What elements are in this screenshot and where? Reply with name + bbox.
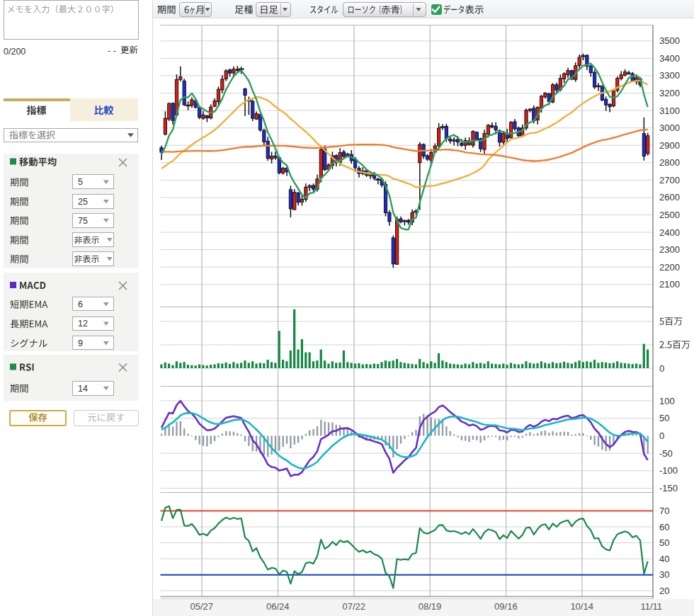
- svg-text:-50: -50: [659, 448, 673, 459]
- svg-text:-100: -100: [659, 465, 678, 476]
- svg-text:70: 70: [659, 506, 669, 516]
- svg-text:2400: 2400: [659, 227, 680, 238]
- svg-text:30: 30: [659, 569, 669, 580]
- svg-text:2800: 2800: [659, 157, 680, 168]
- svg-text:2500: 2500: [659, 210, 680, 220]
- svg-text:3300: 3300: [659, 70, 680, 81]
- svg-text:0: 0: [659, 363, 664, 374]
- svg-text:10/14: 10/14: [570, 601, 593, 612]
- svg-text:3100: 3100: [659, 105, 680, 116]
- svg-text:0: 0: [659, 430, 664, 441]
- svg-text:50: 50: [659, 413, 669, 423]
- svg-text:2100: 2100: [659, 279, 680, 290]
- svg-text:2600: 2600: [659, 192, 680, 203]
- svg-text:06/24: 06/24: [266, 601, 290, 612]
- svg-text:3500: 3500: [659, 35, 680, 46]
- svg-text:07/22: 07/22: [343, 601, 366, 612]
- svg-text:20: 20: [659, 586, 669, 596]
- svg-text:40: 40: [659, 554, 669, 564]
- svg-text:3200: 3200: [659, 88, 680, 98]
- svg-text:50: 50: [659, 537, 669, 548]
- svg-text:-150: -150: [659, 483, 678, 494]
- svg-text:3000: 3000: [659, 122, 680, 133]
- svg-text:09/16: 09/16: [494, 601, 518, 612]
- svg-text:2300: 2300: [659, 244, 680, 255]
- svg-text:100: 100: [659, 396, 675, 406]
- svg-text:2900: 2900: [659, 140, 680, 151]
- svg-text:08/19: 08/19: [419, 601, 442, 612]
- svg-text:11/11: 11/11: [641, 601, 663, 612]
- svg-text:3400: 3400: [659, 53, 680, 64]
- svg-text:05/27: 05/27: [190, 601, 214, 612]
- svg-text:2700: 2700: [659, 175, 680, 186]
- svg-text:2200: 2200: [659, 262, 680, 273]
- svg-text:60: 60: [659, 522, 669, 532]
